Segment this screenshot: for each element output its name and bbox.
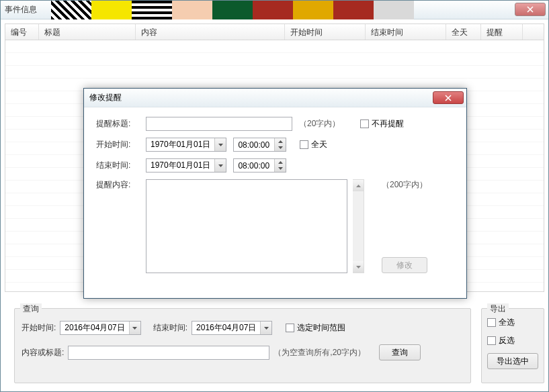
modal-start-time[interactable]: 08:00:00 (233, 138, 286, 152)
query-group-title: 查询 (20, 303, 42, 315)
query-end-label: 结束时间: (153, 322, 187, 334)
allday-checkbox[interactable]: 全天 (300, 139, 327, 150)
main-window: 事件信息 编号 标题 内容 开始时间 结束时间 全天 提醒 (0, 0, 549, 392)
modal-start-label: 开始时间: (96, 139, 139, 150)
query-content-hint: （为空查询所有,20字内） (273, 347, 366, 358)
query-group: 查询 开始时间: 2016年04月07日 结束时间: 2016年04月07日 选… (14, 308, 471, 383)
th-id[interactable]: 编号 (5, 24, 39, 40)
query-start-date[interactable]: 2016年04月07日 (60, 321, 140, 335)
modify-button[interactable]: 修改 (382, 257, 427, 273)
modal-title-hint: （20字内） (299, 118, 340, 130)
modal-close-button[interactable] (433, 91, 464, 104)
chevron-down-icon (214, 159, 226, 172)
textarea-scrollbar[interactable] (353, 179, 364, 273)
query-content-input[interactable] (68, 346, 269, 360)
invert-checkbox[interactable]: 反选 (487, 335, 538, 346)
chevron-down-icon (129, 322, 140, 334)
query-start-label: 开始时间: (22, 322, 56, 334)
modal-content-hint: （200字内） (382, 179, 427, 191)
th-remind[interactable]: 提醒 (481, 24, 523, 40)
modal-end-time[interactable]: 08:00:00 (233, 158, 286, 173)
th-content[interactable]: 内容 (136, 24, 285, 40)
query-content-label: 内容或标题: (22, 347, 64, 358)
table-row[interactable] (5, 66, 544, 79)
modal-end-label: 结束时间: (96, 160, 139, 171)
table-header: 编号 标题 内容 开始时间 结束时间 全天 提醒 (5, 24, 544, 40)
th-allday[interactable]: 全天 (446, 24, 481, 40)
table-row[interactable] (5, 40, 544, 53)
chevron-down-icon (260, 322, 271, 334)
main-titlebar: 事件信息 (1, 1, 548, 19)
select-all-checkbox[interactable]: 全选 (487, 317, 538, 328)
th-title[interactable]: 标题 (39, 24, 136, 40)
export-group-title: 导出 (487, 303, 509, 315)
modal-titlebar: 修改提醒 (84, 89, 466, 107)
search-button[interactable]: 查询 (379, 344, 421, 360)
th-start[interactable]: 开始时间 (285, 24, 366, 40)
query-end-date[interactable]: 2016年04月07日 (192, 321, 272, 335)
modal-body: 提醒标题: （20字内） 不再提醒 开始时间: 1970年01月01日 08:0… (84, 107, 466, 289)
modal-title-input[interactable] (146, 117, 292, 131)
modal-content-label: 提醒内容: (96, 179, 139, 191)
spin-up-icon[interactable] (275, 159, 286, 166)
export-group: 导出 全选 反选 导出选中 (481, 308, 544, 383)
table-row[interactable] (5, 53, 544, 66)
th-end[interactable]: 结束时间 (366, 24, 446, 40)
scroll-up-icon[interactable] (353, 180, 364, 191)
modal-start-date[interactable]: 1970年01月01日 (146, 138, 226, 152)
no-remind-checkbox[interactable]: 不再提醒 (360, 118, 404, 130)
modal-title-label: 提醒标题: (96, 118, 139, 130)
main-close-button[interactable] (515, 3, 546, 16)
modal-end-date[interactable]: 1970年01月01日 (146, 158, 226, 173)
titlebar-decoration (51, 1, 414, 19)
chevron-down-icon (214, 138, 226, 151)
modify-dialog: 修改提醒 提醒标题: （20字内） 不再提醒 开始时间: 1970年01月01日… (83, 88, 467, 299)
scroll-down-icon[interactable] (353, 261, 364, 273)
spin-up-icon[interactable] (275, 138, 286, 145)
close-icon (445, 95, 452, 101)
range-checkbox[interactable]: 选定时间范围 (286, 322, 345, 334)
main-title: 事件信息 (5, 4, 37, 15)
spin-down-icon[interactable] (275, 145, 286, 152)
modal-content-textarea[interactable] (146, 179, 347, 273)
close-icon (527, 6, 534, 13)
spin-down-icon[interactable] (275, 166, 286, 173)
export-button[interactable]: 导出选中 (487, 353, 538, 369)
modal-title: 修改提醒 (89, 92, 122, 103)
